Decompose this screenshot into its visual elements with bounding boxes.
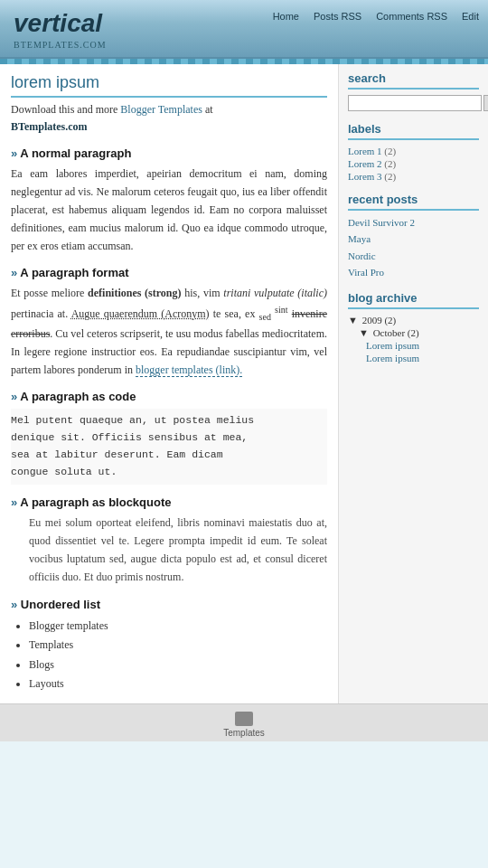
section-normal-text: Ea eam labores imperdiet, apeirian democ… bbox=[11, 165, 327, 255]
recent-post-item[interactable]: Maya bbox=[348, 232, 479, 246]
main-content: lorem ipsum Download this and more Blogg… bbox=[0, 64, 339, 703]
label-count: (2) bbox=[384, 171, 396, 182]
post-intro: Download this and more Blogger Templates… bbox=[11, 101, 327, 136]
section-blockquote-heading: A paragraph as blockquote bbox=[11, 495, 327, 509]
list-item: Blogger templates bbox=[29, 617, 327, 637]
triangle-icon: ▼ bbox=[359, 327, 369, 338]
sidebar-archive-title: blog archive bbox=[348, 291, 479, 309]
label-count: (2) bbox=[384, 158, 396, 169]
sidebar-search-title: search bbox=[348, 71, 479, 90]
intro-at: at bbox=[205, 103, 213, 116]
list-item: Layouts bbox=[29, 675, 327, 694]
label-item[interactable]: Lorem 2 (2) bbox=[348, 158, 479, 169]
nav-home[interactable]: Home bbox=[273, 11, 299, 22]
recent-post-item[interactable]: Devil Survivor 2 bbox=[348, 216, 479, 230]
unordered-list: Blogger templates Templates Blogs Layout… bbox=[11, 617, 327, 694]
archive-post-item[interactable]: Lorem ipsum bbox=[366, 340, 479, 351]
nav-comments-rss[interactable]: Comments RSS bbox=[376, 11, 447, 22]
post-title: lorem ipsum bbox=[11, 73, 327, 98]
section-format-text: Et posse meliore definitiones (strong) h… bbox=[11, 285, 327, 379]
recent-post-item[interactable]: Viral Pro bbox=[348, 266, 479, 279]
section-code-heading: A paragraph as code bbox=[11, 390, 327, 403]
recent-post-item[interactable]: Nordic bbox=[348, 250, 479, 263]
search-button[interactable]: search bbox=[483, 95, 488, 111]
label-item[interactable]: Lorem 1 (2) bbox=[348, 146, 479, 156]
intro-btemplates-link[interactable]: BTemplates.com bbox=[11, 120, 88, 133]
search-form: search bbox=[348, 95, 479, 111]
archive-year-label: 2009 bbox=[362, 315, 382, 326]
sub-text: sed bbox=[259, 313, 271, 323]
intro-blogger-link[interactable]: Blogger Templates bbox=[120, 103, 202, 116]
nav-posts-rss[interactable]: Posts RSS bbox=[314, 11, 361, 22]
templates-icon bbox=[235, 712, 253, 726]
section-code-text: Mel putent quaeque an, ut postea melius … bbox=[11, 409, 327, 485]
section-normal-heading: A normal paragraph bbox=[11, 146, 327, 160]
label-count: (2) bbox=[384, 146, 396, 156]
intro-text-before: Download this and more bbox=[11, 103, 117, 116]
archive-post-item[interactable]: Lorem ipsum bbox=[366, 353, 479, 363]
bottom-nav-templates[interactable]: Templates bbox=[223, 712, 265, 738]
sidebar-labels-title: labels bbox=[348, 122, 479, 140]
blogger-link[interactable]: blogger templates (link). bbox=[136, 363, 242, 377]
archive-month: ▼ October (2) bbox=[359, 327, 479, 338]
archive-month-count: (2) bbox=[408, 327, 419, 338]
section-format-heading: A paragraph format bbox=[11, 266, 327, 279]
nav-edit[interactable]: Edit bbox=[462, 11, 479, 22]
archive-year: ▼ 2009 (2) bbox=[348, 315, 479, 326]
site-header: vertical BTEMPLATES.COM Home Posts RSS C… bbox=[0, 0, 488, 59]
acronym-text: Augue quaerendum (Acronym) bbox=[71, 307, 210, 320]
sidebar-recent-posts-title: recent posts bbox=[348, 193, 479, 211]
label-item[interactable]: Lorem 3 (2) bbox=[348, 171, 479, 182]
triangle-icon: ▼ bbox=[348, 315, 358, 326]
list-item: Blogs bbox=[29, 656, 327, 675]
top-nav: Home Posts RSS Comments RSS Edit bbox=[273, 11, 479, 22]
section-list-heading: Unordered list bbox=[11, 598, 327, 611]
italic-text: tritani vulputate (italic) bbox=[223, 287, 327, 299]
sup-text: sint bbox=[275, 305, 287, 315]
archive-month-label: October bbox=[373, 327, 405, 338]
site-subtitle: BTEMPLATES.COM bbox=[14, 40, 474, 50]
sidebar: search search labels Lorem 1 (2) Lorem 2… bbox=[339, 64, 488, 703]
archive-year-count: (2) bbox=[384, 315, 396, 326]
strong-text: definitiones (strong) bbox=[88, 287, 181, 299]
bottom-nav: Templates bbox=[0, 703, 488, 741]
blockquote-wrap: Eu mei solum oporteat eleifend, libris n… bbox=[11, 514, 327, 586]
bottom-nav-templates-label: Templates bbox=[223, 728, 265, 738]
content-wrap: lorem ipsum Download this and more Blogg… bbox=[0, 64, 488, 703]
list-item: Templates bbox=[29, 636, 327, 656]
search-input[interactable] bbox=[348, 95, 482, 111]
blockquote-text: Eu mei solum oporteat eleifend, libris n… bbox=[29, 514, 327, 586]
